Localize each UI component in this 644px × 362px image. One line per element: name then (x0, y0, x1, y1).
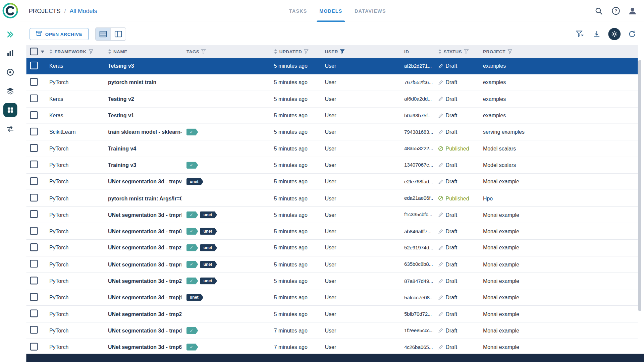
cell-name[interactable]: Testing v1 (103, 113, 181, 119)
cell-project[interactable]: examples (478, 113, 638, 119)
expand-sidebar-icon[interactable] (3, 27, 17, 42)
cell-project[interactable]: Monai example (478, 245, 638, 251)
filter-icon[interactable] (89, 49, 93, 54)
tag-chip-check[interactable]: ✓ (186, 211, 198, 218)
tag-chip-unet[interactable]: unet (186, 294, 203, 301)
breadcrumb-projects[interactable]: PROJECTS (29, 8, 61, 14)
tag-chip-check[interactable]: ✓ (186, 327, 198, 334)
row-checkbox[interactable] (30, 161, 38, 168)
user-avatar-icon[interactable] (628, 6, 637, 16)
customize-columns-gear-icon[interactable] (608, 28, 621, 40)
row-checkbox[interactable] (30, 210, 38, 218)
tag-chip-check[interactable]: ✓ (186, 261, 198, 268)
checkbox-menu-caret-icon[interactable] (41, 50, 44, 53)
row-checkbox[interactable] (30, 194, 38, 201)
table-row[interactable]: PyTorchTraining v3✓5 minutes agoUser1340… (26, 157, 638, 174)
sort-icon[interactable] (274, 49, 277, 54)
cell-project[interactable]: Monai example (478, 278, 638, 284)
clearml-logo-icon[interactable] (2, 2, 18, 19)
row-select-cell[interactable] (26, 227, 44, 236)
sort-icon[interactable] (438, 49, 442, 54)
table-row[interactable]: PyTorchUNet segmentation 3d - tmpjfjpv..… (26, 289, 638, 306)
cell-project[interactable]: Monai example (478, 261, 638, 267)
row-checkbox[interactable] (30, 293, 38, 301)
cell-name[interactable]: Tetsing v3 (103, 63, 181, 69)
tag-chip-unet[interactable]: unet (186, 178, 203, 185)
table-row[interactable]: PyTorchpytorch mnist train: Args/lr=0.01… (26, 190, 638, 206)
row-select-cell[interactable] (26, 128, 44, 137)
tab-tasks[interactable]: TASKS (289, 0, 307, 22)
search-icon[interactable] (594, 6, 604, 16)
row-select-cell[interactable] (26, 61, 44, 70)
auto-refresh-icon[interactable] (627, 28, 638, 39)
tag-chip-check[interactable]: ✓ (186, 129, 198, 136)
filter-icon[interactable] (340, 49, 344, 54)
vertical-scrollbar[interactable] (638, 60, 641, 311)
cell-name[interactable]: UNet segmentation 3d - tmprb9d... (103, 212, 181, 218)
tag-chip-unet[interactable]: unet (200, 261, 217, 268)
tag-chip-unet[interactable]: unet (200, 211, 217, 218)
download-icon[interactable] (591, 28, 602, 39)
row-checkbox[interactable] (30, 144, 38, 152)
row-select-cell[interactable] (26, 78, 44, 87)
cell-project[interactable]: serving examples (478, 129, 638, 135)
row-select-cell[interactable] (26, 111, 44, 120)
table-row[interactable]: PyTorchTraining v45 minutes agoUser48a55… (26, 140, 638, 157)
cell-name[interactable]: pytorch mnist train: Args/lr=0.01 (103, 195, 181, 201)
column-header-tags[interactable]: TAGS (181, 49, 269, 54)
tag-chip-check[interactable]: ✓ (186, 228, 198, 235)
row-checkbox[interactable] (30, 128, 38, 135)
row-select-cell[interactable] (26, 260, 44, 269)
open-archive-button[interactable]: OPEN ARCHIVE (30, 28, 89, 40)
table-row[interactable]: PyTorchUNet segmentation 3d - tmprrae...… (26, 256, 638, 273)
tag-chip-unet[interactable]: unet (200, 244, 217, 251)
table-row[interactable]: PyTorchUNet segmentation 3d - tmp6fq0...… (26, 339, 638, 354)
row-checkbox[interactable] (30, 243, 38, 251)
row-checkbox[interactable] (30, 277, 38, 284)
sort-icon[interactable] (108, 49, 111, 54)
cell-project[interactable]: Monai example (478, 228, 638, 234)
split-view-button[interactable] (110, 28, 125, 40)
cell-project[interactable]: examples (478, 96, 638, 102)
cell-name[interactable]: UNet segmentation 3d - tmpzh0... (103, 245, 181, 251)
table-row[interactable]: PyTorchUNet segmentation 3d - tmpzh0...✓… (26, 240, 638, 256)
filter-icon[interactable] (507, 49, 512, 54)
cell-name[interactable]: UNet segmentation 3d - tmpvjhyl... (103, 179, 181, 185)
row-checkbox[interactable] (30, 177, 38, 185)
row-select-cell[interactable] (26, 210, 44, 219)
cell-name[interactable]: train sklearn model - sklearn-mo... (103, 129, 181, 135)
sidebar-item-projects[interactable] (3, 46, 17, 60)
row-checkbox[interactable] (30, 95, 38, 102)
table-row[interactable]: KerasTesting v25 minutes agoUseraf6d0a2d… (26, 91, 638, 107)
tag-chip-check[interactable]: ✓ (186, 244, 198, 251)
table-row[interactable]: ScikitLearntrain sklearn model - sklearn… (26, 124, 638, 140)
breadcrumb-all-models[interactable]: All Models (69, 8, 97, 14)
cell-name[interactable]: UNet segmentation 3d - tmp6fq0... (103, 344, 181, 350)
filter-icon[interactable] (464, 49, 468, 54)
table-row[interactable]: PyTorchpytorch mnist train5 minutes agoU… (26, 74, 638, 91)
row-select-cell[interactable] (26, 293, 44, 302)
cell-name[interactable]: pytorch mnist train (103, 79, 181, 85)
cell-project[interactable]: Hpo (478, 195, 638, 201)
help-icon[interactable]: ? (611, 6, 621, 16)
table-row[interactable]: PyTorchUNet segmentation 3d - tmp0tu...✓… (26, 223, 638, 240)
row-select-cell[interactable] (26, 144, 44, 153)
row-select-cell[interactable] (26, 309, 44, 318)
column-header-framework[interactable]: FRAMEWORK (44, 49, 103, 54)
tag-chip-check[interactable]: ✓ (186, 278, 198, 285)
header-select-cell[interactable] (26, 48, 44, 55)
column-header-status[interactable]: STATUS (433, 49, 478, 54)
cell-project[interactable]: examples (478, 63, 638, 69)
cell-project[interactable]: Monai example (478, 294, 638, 300)
cell-name[interactable]: UNet segmentation 3d - tmp0tu... (103, 228, 181, 234)
table-row[interactable]: PyTorchUNet segmentation 3d - tmpdm4...✓… (26, 322, 638, 339)
row-select-cell[interactable] (26, 277, 44, 286)
cell-project[interactable]: Monai example (478, 327, 638, 334)
table-row[interactable]: PyTorchUNet segmentation 3d - tmpvjhyl..… (26, 174, 638, 190)
cell-name[interactable]: UNet segmentation 3d - tmprrae... (103, 261, 181, 267)
row-select-cell[interactable] (26, 194, 44, 203)
row-select-cell[interactable] (26, 161, 44, 170)
tag-chip-unet[interactable]: unet (200, 228, 217, 235)
table-row[interactable]: KerasTetsing v35 minutes agoUseraf2b2d27… (26, 58, 638, 74)
table-row[interactable]: PyTorchUNet segmentation 3d - tmp29rf...… (26, 273, 638, 289)
